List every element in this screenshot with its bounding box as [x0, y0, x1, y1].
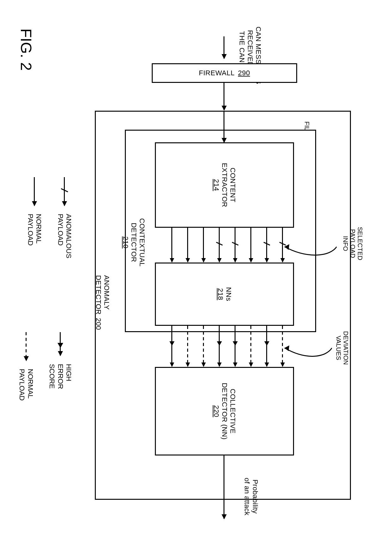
legend-normal-dashed-arrow	[26, 332, 27, 361]
legend-high-error-text: HIGH ERROR SCORE	[48, 364, 73, 400]
arrow-into-content-extractor	[224, 111, 224, 142]
legend-normal-solid-text: NORMAL PAYLOAD	[26, 214, 43, 246]
collective-detector-ref: 220	[212, 405, 220, 417]
legend-normal-solid-arrow	[34, 177, 35, 206]
svg-marker-0	[285, 244, 289, 250]
legend-normal-solid: NORMAL PAYLOAD	[26, 177, 43, 258]
arrow-nn-cd-8	[171, 326, 172, 366]
collective-detector-name: COLLECTIVE DETECTOR (NN)	[220, 383, 237, 440]
svg-marker-1	[285, 345, 289, 351]
output-label: Probability of an attack	[243, 465, 259, 528]
arrow-ce-nn-6	[203, 228, 204, 262]
arrow-nn-cd-4	[235, 326, 236, 366]
arrow-output	[224, 455, 224, 519]
legend-anomalous: ANOMALOUS PAYLOAD	[56, 177, 73, 258]
arrow-ce-nn-4	[235, 228, 236, 262]
legend-col-left: ANOMALOUS PAYLOAD NORMAL PAYLOAD	[26, 177, 73, 258]
collective-detector-box: COLLECTIVE DETECTOR (NN) 220	[155, 367, 294, 455]
figure-label: FIG. 2	[17, 28, 35, 71]
content-extractor-name: CONTENT EXTRACTOR	[220, 163, 237, 207]
content-extractor-ref: 214	[212, 179, 220, 191]
nns-box: NNs 218	[155, 263, 294, 326]
selected-payload-label: SELECTED PAYLOAD INFO	[342, 215, 364, 272]
arrow-into-firewall	[224, 36, 224, 59]
leader-deviation	[283, 335, 332, 364]
legend-normal-dashed: NORMAL PAYLOAD	[18, 332, 34, 401]
arrow-ce-nn-5	[219, 228, 220, 262]
legend-anomalous-text: ANOMALOUS PAYLOAD	[56, 214, 73, 258]
arrow-ce-nn-7	[187, 228, 188, 262]
legend-high-error: HIGH ERROR SCORE	[48, 332, 73, 401]
firewall-ref: 290	[238, 69, 250, 77]
contextual-detector-ref: 210	[121, 218, 130, 267]
legend-col-right: HIGH ERROR SCORE NORMAL PAYLOAD	[18, 332, 73, 401]
arrow-nn-cd-6	[203, 326, 204, 366]
leader-selected	[283, 234, 337, 263]
anomaly-detector-ref: 200	[95, 318, 102, 330]
deviation-values-label: DEVIATION VALUES	[335, 319, 349, 376]
anomaly-detector-name: ANOMALY DETECTOR	[95, 275, 111, 315]
arrow-ce-nn-3	[250, 228, 251, 262]
arrow-firewall-to-detector	[224, 83, 224, 110]
firewall-name: FIREWALL	[199, 69, 235, 77]
arrow-nn-cd-5	[219, 326, 220, 366]
arrow-ce-nn-8	[171, 228, 172, 262]
arrow-ce-nn-2	[266, 228, 267, 262]
contextual-detector-name: CONTEXTUAL DETECTOR	[130, 218, 146, 267]
contextual-detector-label: CONTEXTUAL DETECTOR 210	[121, 218, 146, 267]
nns-ref: 218	[216, 288, 224, 300]
legend-anomalous-arrow	[64, 177, 65, 206]
arrow-nn-cd-3	[250, 326, 251, 366]
arrow-nn-cd-1	[282, 326, 283, 366]
legend-high-error-arrow	[60, 332, 61, 356]
arrow-nn-cd-7	[187, 326, 188, 366]
nns-name: NNs	[224, 287, 233, 301]
content-extractor-box: CONTENT EXTRACTOR 214	[155, 142, 294, 228]
anomaly-detector-label: ANOMALY DETECTOR 200	[94, 275, 111, 330]
firewall-box: FIREWALL 290	[152, 63, 297, 83]
legend-normal-dashed-text: NORMAL PAYLOAD	[18, 369, 34, 401]
arrow-nn-cd-2	[266, 326, 267, 366]
